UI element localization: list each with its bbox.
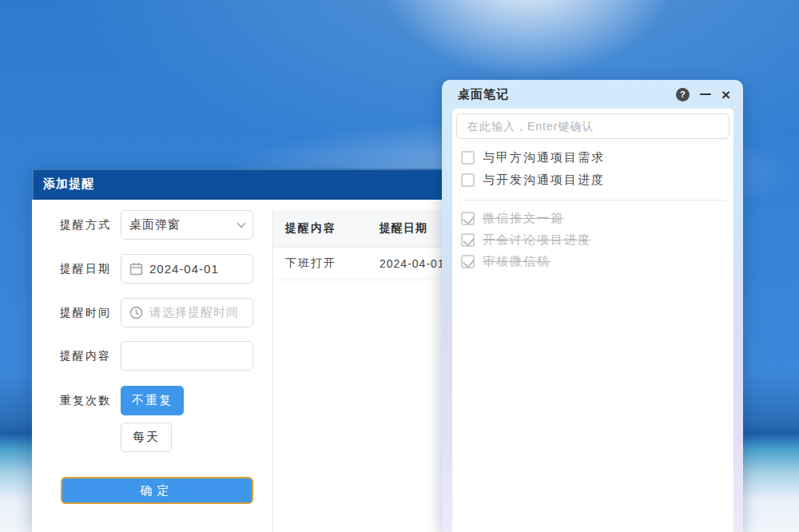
todo-item-label: 与开发沟通项目进度	[483, 173, 605, 188]
checkbox-checked-icon[interactable]	[461, 255, 475, 268]
notes-body: 与甲方沟通项目需求 与开发沟通项目进度 微信推文一篇 开会讨论项目进度	[452, 109, 733, 532]
reminder-time-picker[interactable]: 请选择提醒时间	[121, 298, 253, 328]
reminder-date-label: 提醒日期	[60, 254, 124, 284]
checkbox-unchecked-icon[interactable]	[461, 151, 475, 165]
table-header-content: 提醒内容	[273, 221, 372, 236]
done-item-label: 审核微信稿	[483, 254, 551, 269]
dialog-titlebar[interactable]: 添加提醒	[32, 169, 477, 200]
checkbox-checked-icon[interactable]	[461, 233, 475, 247]
todo-item[interactable]: 与开发沟通项目进度	[461, 169, 725, 191]
close-icon[interactable]: ×	[721, 88, 730, 101]
reminder-method-select[interactable]: 桌面弹窗	[121, 210, 253, 240]
todo-item-label: 与甲方沟通项目需求	[483, 150, 605, 165]
notes-window-controls: ? ×	[676, 88, 743, 101]
todo-item[interactable]: 与甲方沟通项目需求	[461, 146, 725, 169]
notes-titlebar[interactable]: 桌面笔记 ? ×	[442, 80, 743, 109]
calendar-icon	[129, 262, 143, 276]
clock-icon	[129, 306, 143, 320]
reminder-content-label: 提醒内容	[60, 341, 124, 371]
done-item-label: 微信推文一篇	[483, 211, 564, 226]
desktop-wallpaper: 添加提醒 提醒方式 桌面弹窗 提醒日期 2024-04-01 提醒	[0, 0, 799, 532]
done-item[interactable]: 开会讨论项目进度	[461, 229, 725, 251]
dialog-body: 提醒方式 桌面弹窗 提醒日期 2024-04-01 提醒时间	[32, 200, 477, 532]
checkbox-checked-icon[interactable]	[461, 212, 475, 225]
desktop-notes-window: 桌面笔记 ? × 与甲方沟通项目需求 与开发沟通项目进度	[442, 80, 743, 532]
table-cell-content: 下班打开	[273, 256, 372, 271]
reminder-time-placeholder: 请选择提醒时间	[149, 305, 244, 320]
reminder-date-picker[interactable]: 2024-04-01	[121, 254, 253, 284]
reminder-date-value: 2024-04-01	[149, 262, 244, 276]
reminder-content-input[interactable]	[121, 341, 253, 371]
notes-title: 桌面笔记	[442, 87, 509, 102]
note-entry-input[interactable]	[456, 113, 729, 139]
reminder-time-label: 提醒时间	[60, 298, 124, 328]
done-item[interactable]: 审核微信稿	[461, 251, 725, 272]
confirm-button[interactable]: 确定	[61, 477, 253, 504]
done-item[interactable]: 微信推文一篇	[461, 208, 725, 229]
repeat-option-daily-button[interactable]: 每天	[121, 423, 172, 452]
reminder-method-value: 桌面弹窗	[129, 217, 238, 232]
minimize-icon[interactable]	[700, 93, 711, 95]
notes-divider	[461, 200, 725, 200]
repeat-option-none-button[interactable]: 不重复	[121, 386, 184, 415]
help-icon[interactable]: ?	[676, 88, 690, 101]
checkbox-unchecked-icon[interactable]	[461, 173, 475, 187]
dialog-title: 添加提醒	[32, 177, 94, 192]
notes-list: 与甲方沟通项目需求 与开发沟通项目进度 微信推文一篇 开会讨论项目进度	[461, 146, 725, 272]
add-reminder-dialog: 添加提醒 提醒方式 桌面弹窗 提醒日期 2024-04-01 提醒	[32, 169, 477, 532]
repeat-count-label: 重复次数	[60, 386, 124, 415]
chevron-down-icon	[237, 219, 245, 228]
reminder-method-label: 提醒方式	[60, 210, 124, 240]
done-item-label: 开会讨论项目进度	[483, 232, 591, 248]
